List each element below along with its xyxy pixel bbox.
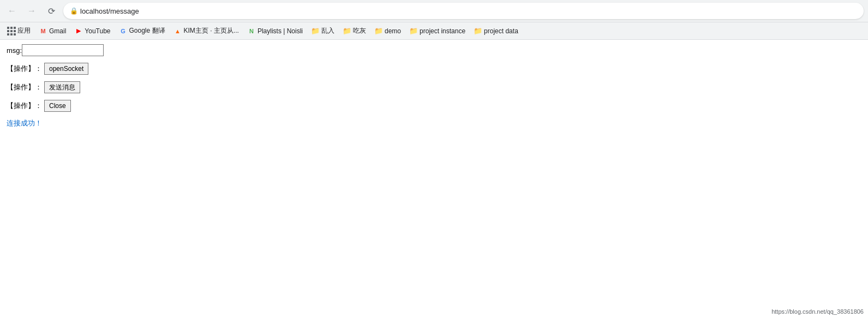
address-bar-row: ← → ⟳ 🔒	[0, 0, 868, 22]
action-close: 【操作】： Close	[7, 100, 861, 112]
msg-label: msg:	[7, 46, 22, 55]
kim-icon: ▲	[174, 27, 182, 35]
bookmark-chihui-label: 吃灰	[353, 26, 366, 35]
status-text: 连接成功！	[7, 118, 861, 128]
bookmark-apps[interactable]: 应用	[4, 25, 34, 37]
msg-input[interactable]	[22, 44, 104, 56]
msg-row: msg:	[7, 44, 861, 56]
folder-project-data-icon: 📁	[474, 27, 482, 35]
bookmark-project-data[interactable]: 📁 project data	[471, 26, 522, 36]
bookmark-demo-label: demo	[385, 27, 401, 35]
bookmark-google-translate-label: Google 翻译	[129, 26, 165, 35]
action-open-socket-label: 【操作】：	[7, 64, 42, 74]
youtube-icon: ▶	[75, 27, 82, 35]
browser-chrome: ← → ⟳ 🔒 应用 M Gmail ▶	[0, 0, 868, 40]
bookmark-apps-label: 应用	[17, 26, 31, 35]
send-msg-button[interactable]: 发送消息	[44, 81, 80, 93]
bookmark-demo[interactable]: 📁 demo	[372, 26, 404, 36]
action-send-msg: 【操作】： 发送消息	[7, 81, 861, 93]
close-button[interactable]: Close	[44, 100, 71, 112]
address-bar[interactable]: 🔒	[63, 3, 864, 19]
bookmark-project-instance[interactable]: 📁 project instance	[406, 26, 469, 36]
open-socket-button[interactable]: openSocket	[44, 63, 88, 75]
bookmark-project-data-label: project data	[484, 27, 518, 35]
folder-demo-icon: 📁	[375, 27, 382, 35]
bookmark-luanru-label: 乱入	[321, 26, 334, 35]
bookmark-gmail[interactable]: M Gmail	[36, 26, 69, 36]
bookmark-gmail-label: Gmail	[49, 27, 66, 35]
bookmark-chihui[interactable]: 📁 吃灰	[340, 25, 369, 37]
forward-button[interactable]: →	[24, 3, 39, 19]
bookmark-project-instance-label: project instance	[420, 27, 465, 35]
reload-button[interactable]: ⟳	[44, 3, 59, 19]
bookmark-google-translate[interactable]: G Google 翻译	[116, 25, 169, 37]
folder-project-instance-icon: 📁	[410, 27, 417, 35]
bookmark-noisli[interactable]: N Playlists | Noisli	[244, 26, 306, 36]
apps-icon	[8, 27, 15, 35]
action-close-label: 【操作】：	[7, 101, 42, 111]
lock-icon: 🔒	[70, 7, 78, 15]
bookmark-luanru[interactable]: 📁 乱入	[308, 25, 338, 37]
bookmark-kim[interactable]: ▲ KIM主页 · 主页从...	[171, 25, 242, 37]
google-translate-icon: G	[119, 27, 127, 35]
back-button[interactable]: ←	[4, 3, 20, 19]
bookmark-youtube-label: YouTube	[85, 27, 110, 35]
bookmark-kim-label: KIM主页 · 主页从...	[184, 26, 239, 35]
url-input[interactable]	[80, 7, 857, 15]
bookmark-youtube[interactable]: ▶ YouTube	[71, 26, 113, 36]
noisli-icon: N	[248, 27, 255, 35]
folder-luanru-icon: 📁	[312, 27, 319, 35]
page-content: msg: 【操作】： openSocket 【操作】： 发送消息 【操作】： C…	[0, 40, 868, 133]
bookmarks-bar: 应用 M Gmail ▶ YouTube G Google 翻译 ▲ KIM主页…	[0, 22, 868, 39]
action-open-socket: 【操作】： openSocket	[7, 63, 861, 75]
folder-chihui-icon: 📁	[343, 27, 351, 35]
bookmark-noisli-label: Playlists | Noisli	[258, 27, 303, 35]
gmail-icon: M	[39, 27, 47, 35]
action-send-msg-label: 【操作】：	[7, 82, 42, 92]
